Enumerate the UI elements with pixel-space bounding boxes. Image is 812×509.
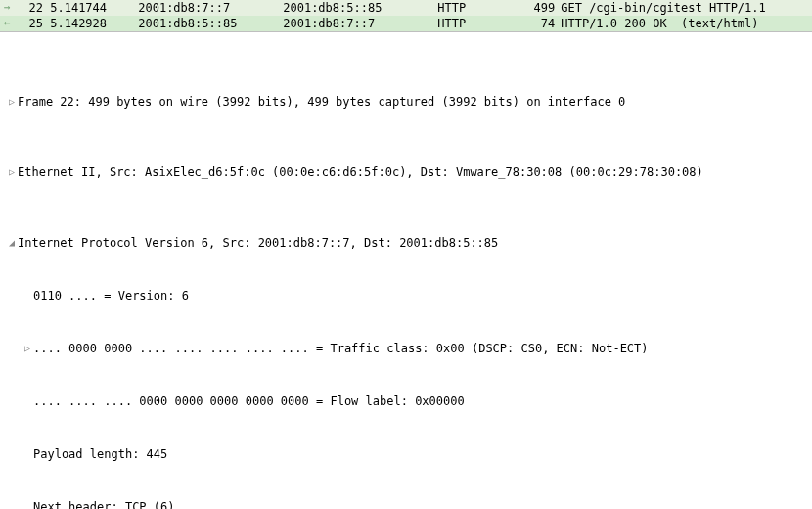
- packet-len-cell: 499: [510, 1, 561, 15]
- chevron-right-icon[interactable]: ▷: [22, 340, 33, 357]
- direction-arrow-icon: ←: [4, 16, 18, 31]
- packet-len-cell: 74: [510, 17, 561, 30]
- chevron-down-icon[interactable]: ◢: [6, 234, 18, 252]
- tree-item-ethernet[interactable]: ▷ Ethernet II, Src: AsixElec_d6:5f:0c (0…: [0, 163, 812, 181]
- packet-proto-cell: HTTP: [428, 17, 510, 30]
- tree-label: Internet Protocol Version 6, Src: 2001:d…: [18, 234, 812, 252]
- tree-item-ipv6-flow-label[interactable]: · .... .... .... 0000 0000 0000 0000 000…: [0, 393, 812, 410]
- packet-no-cell: 22: [18, 1, 43, 15]
- tree-label: Next header: TCP (6): [33, 498, 812, 509]
- tree-label: 0110 .... = Version: 6: [33, 287, 812, 304]
- chevron-right-icon[interactable]: ▷: [6, 93, 18, 111]
- chevron-right-icon[interactable]: ▷: [6, 163, 18, 181]
- tree-label: .... .... .... 0000 0000 0000 0000 0000 …: [33, 393, 812, 410]
- packet-time-cell: 5.142928: [50, 17, 128, 30]
- tree-label: .... 0000 0000 .... .... .... .... .... …: [33, 340, 812, 357]
- packet-details-pane: ▷ Frame 22: 499 bytes on wire (3992 bits…: [0, 32, 812, 509]
- tree-label: Ethernet II, Src: AsixElec_d6:5f:0c (00:…: [18, 163, 812, 181]
- packet-time-cell: 5.141744: [50, 1, 128, 15]
- direction-arrow-icon: →: [4, 0, 18, 16]
- packet-src-cell: 2001:db8:7::7: [128, 1, 283, 15]
- packet-proto-cell: HTTP: [428, 1, 510, 15]
- packet-list-pane: → 22 5.141744 2001:db8:7::7 2001:db8:5::…: [0, 0, 812, 32]
- tree-item-ipv6-next-header[interactable]: · Next header: TCP (6): [0, 498, 812, 509]
- packet-dst-cell: 2001:db8:5::85: [283, 1, 428, 15]
- packet-src-cell: 2001:db8:5::85: [128, 17, 283, 30]
- tree-label: Payload length: 445: [33, 445, 812, 463]
- packet-no-cell: 25: [18, 17, 43, 30]
- packet-info-cell: HTTP/1.0 200 OK (text/html): [561, 17, 812, 30]
- packet-row[interactable]: ← 25 5.142928 2001:db8:5::85 2001:db8:7:…: [0, 16, 812, 31]
- tree-item-ipv6[interactable]: ◢ Internet Protocol Version 6, Src: 2001…: [0, 234, 812, 252]
- tree-label: Frame 22: 499 bytes on wire (3992 bits),…: [18, 93, 812, 111]
- tree-item-frame[interactable]: ▷ Frame 22: 499 bytes on wire (3992 bits…: [0, 93, 812, 111]
- tree-item-ipv6-traffic-class[interactable]: ▷ .... 0000 0000 .... .... .... .... ...…: [0, 340, 812, 357]
- tree-item-ipv6-version[interactable]: · 0110 .... = Version: 6: [0, 287, 812, 304]
- packet-info-cell: GET /cgi-bin/cgitest HTTP/1.1: [561, 1, 812, 15]
- packet-row[interactable]: → 22 5.141744 2001:db8:7::7 2001:db8:5::…: [0, 0, 812, 16]
- tree-item-ipv6-payload-length[interactable]: · Payload length: 445: [0, 445, 812, 463]
- packet-dst-cell: 2001:db8:7::7: [283, 17, 428, 30]
